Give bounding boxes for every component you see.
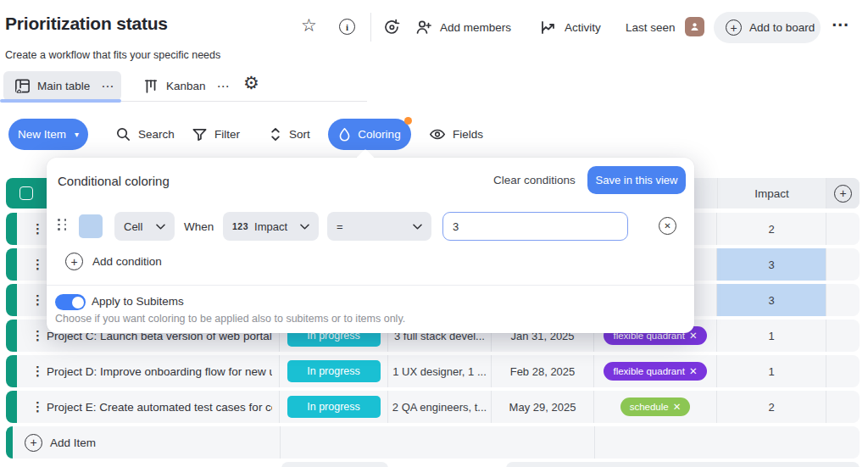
sort-button[interactable]: Sort (269, 126, 310, 142)
table-row: ⋮ Project E: Create automated test cases… (6, 391, 860, 423)
group-color-bar (6, 320, 17, 352)
new-item-caret-icon[interactable]: ▾ (75, 130, 79, 139)
add-item-icon: + (25, 434, 42, 452)
board-page: Prioritization status Create a workflow … (0, 0, 868, 467)
tag-remove-icon[interactable]: ✕ (689, 365, 698, 377)
page-subtitle: Create a workflow that fits your specifi… (5, 49, 220, 61)
tag-remove-icon[interactable]: ✕ (689, 330, 698, 342)
tag-remove-icon[interactable]: ✕ (673, 401, 682, 413)
team-cell[interactable]: 1 UX designer, 1 ... (388, 355, 492, 387)
impact-cell-highlighted[interactable]: 3 (717, 284, 826, 316)
item-name: Project D: Improve onboarding flow for n… (47, 365, 272, 378)
apply-to-subitems-toggle[interactable] (55, 294, 86, 310)
favorite-star-icon[interactable]: ☆ (301, 15, 317, 36)
status-summary-stub (281, 462, 388, 467)
group-color-bar (6, 248, 17, 281)
extra-cell (826, 284, 860, 316)
tags-cell[interactable]: schedule ✕ (594, 391, 717, 423)
condition-value-input[interactable] (442, 212, 628, 241)
impact-cell[interactable]: 2 (717, 391, 826, 423)
tab-main-table[interactable]: Main table ⋯ (3, 71, 121, 101)
impact-cell-highlighted[interactable]: 3 (717, 248, 826, 281)
column-summary-stub (506, 462, 860, 467)
item-menu-icon[interactable]: ⋮ (31, 221, 44, 236)
new-item-button[interactable]: New Item ▾ (8, 119, 88, 150)
save-in-view-button[interactable]: Save in this view (587, 166, 686, 194)
item-name-cell[interactable]: ⋮ Project D: Improve onboarding flow for… (6, 355, 280, 387)
chevron-down-icon (300, 224, 309, 230)
tags-cell[interactable]: flexible quadrant ✕ (594, 355, 717, 387)
operator-dropdown[interactable]: = (327, 212, 431, 241)
modal-notch (356, 149, 376, 169)
main-table-icon (14, 77, 31, 95)
date-cell[interactable]: May 29, 2025 (492, 391, 594, 423)
search-button[interactable]: Search (115, 126, 175, 142)
header-divider (370, 13, 371, 42)
color-swatch[interactable] (79, 214, 103, 238)
status-cell[interactable]: In progress (280, 391, 388, 423)
integrations-icon[interactable] (382, 18, 401, 36)
tab-main-table-label: Main table (37, 80, 90, 92)
add-column-button[interactable]: + (826, 178, 860, 208)
fields-label: Fields (453, 128, 483, 141)
tab-kanban-menu[interactable]: ⋯ (217, 79, 231, 94)
add-members-button[interactable]: Add members (415, 18, 511, 36)
select-all-checkbox[interactable] (19, 186, 33, 200)
group-color-bar (6, 391, 17, 423)
add-to-board-button[interactable]: + Add to board (714, 12, 821, 43)
extra-cell (826, 355, 860, 387)
modal-divider (47, 285, 694, 286)
droplet-icon (338, 127, 351, 142)
remove-condition-button[interactable]: ✕ (659, 217, 676, 235)
impact-cell[interactable]: 2 (717, 213, 826, 245)
conditional-coloring-modal: Conditional coloring Clear conditions Sa… (47, 158, 694, 333)
status-cell[interactable]: In progress (280, 355, 388, 387)
column-dropdown[interactable]: 123 Impact (223, 212, 319, 241)
target-dropdown[interactable]: Cell (114, 212, 175, 241)
item-menu-icon[interactable]: ⋮ (31, 292, 44, 308)
tag-pill[interactable]: flexible quadrant ✕ (604, 362, 706, 381)
status-badge[interactable]: In progress (287, 396, 381, 418)
add-item-row[interactable]: + Add Item (6, 426, 860, 459)
board-more-menu[interactable]: ⋯ (832, 14, 850, 35)
tab-bar-line (121, 101, 367, 102)
fields-button[interactable]: Fields (429, 126, 483, 142)
item-menu-icon[interactable]: ⋮ (31, 257, 44, 272)
impact-column-header[interactable]: Impact (717, 178, 826, 208)
last-seen-avatar[interactable] (685, 17, 704, 36)
impact-cell[interactable]: 1 (717, 355, 826, 387)
add-members-icon (415, 18, 433, 36)
views-settings-gear-icon[interactable]: ⚙ (243, 73, 259, 93)
eye-icon (429, 126, 446, 142)
item-menu-icon[interactable]: ⋮ (31, 328, 44, 343)
tag-pill[interactable]: schedule ✕ (620, 398, 691, 416)
add-condition-button[interactable]: + Add condition (65, 253, 162, 270)
filter-button[interactable]: Filter (192, 126, 240, 142)
active-tab-underline (0, 99, 121, 103)
filter-icon (192, 126, 208, 142)
tab-kanban[interactable]: Kanban ⋯ (136, 71, 231, 101)
new-item-label: New Item (18, 128, 66, 141)
drag-handle-icon[interactable] (58, 219, 67, 231)
info-icon[interactable]: i (339, 19, 355, 35)
date-cell[interactable]: Feb 28, 2025 (492, 355, 594, 387)
item-menu-icon[interactable]: ⋮ (31, 364, 44, 379)
group-color-bar (6, 284, 17, 316)
clear-conditions-link[interactable]: Clear conditions (493, 174, 576, 186)
activity-button[interactable]: Activity (539, 18, 601, 36)
team-cell[interactable]: 2 QA engineers, t... (388, 391, 492, 423)
item-menu-icon[interactable]: ⋮ (31, 399, 44, 414)
coloring-button[interactable]: Coloring (328, 119, 411, 150)
add-column-icon: + (834, 185, 852, 203)
group-color-header (6, 178, 47, 208)
toggle-knob (72, 297, 84, 309)
tab-main-table-menu[interactable]: ⋯ (101, 79, 114, 94)
item-name-cell[interactable]: ⋮ Project E: Create automated test cases… (6, 391, 280, 423)
modal-title: Conditional coloring (58, 174, 170, 188)
status-badge[interactable]: In progress (287, 360, 381, 382)
add-condition-label: Add condition (92, 255, 162, 268)
when-label: When (184, 220, 214, 233)
chevron-down-icon (156, 224, 165, 230)
activity-label: Activity (565, 21, 601, 34)
impact-cell[interactable]: 1 (717, 320, 826, 352)
